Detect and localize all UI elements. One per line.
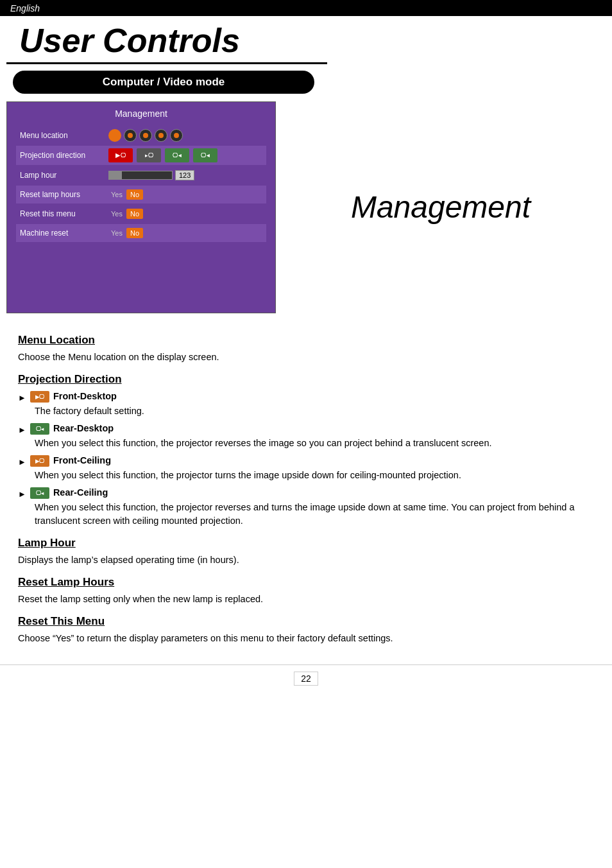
mgmt-row-reset-lamp: Reset lamp hours Yes No <box>16 186 266 204</box>
heading-lamp-hour: Lamp Hour <box>18 537 594 550</box>
mode-bar: Computer / Video mode <box>13 71 314 94</box>
icon-fd-1: ▶🖵 <box>30 391 49 403</box>
icon-rear-ceiling: 🖵◂ <box>30 487 49 499</box>
arrow-front-desktop: ► <box>18 393 26 403</box>
main-layout: Management Menu location Projection dire… <box>0 101 612 313</box>
icon-rc-1: 🖵◂ <box>30 487 49 499</box>
mgmt-row-machine-reset: Machine reset Yes No <box>16 224 266 242</box>
proj-icon-rc2[interactable]: 🖵◂ <box>193 148 217 162</box>
btn-reset-lamp-no[interactable]: No <box>126 189 143 200</box>
proj-icon-rc[interactable]: 🖵◂ <box>165 148 189 162</box>
proj-item-front-desktop: ► ▶🖵 Front-Desktop <box>18 391 594 403</box>
right-panel: Management <box>276 101 606 313</box>
body-reset-lamp: Reset the lamp setting only when the new… <box>18 593 594 606</box>
lamp-bar-bg <box>108 171 173 180</box>
top-bar: English <box>0 0 612 16</box>
desc-rear-ceiling: When you select this function, the proje… <box>35 501 594 528</box>
icon-front-ceiling: ▶🖵 <box>30 455 49 467</box>
mode-bar-wrapper: Computer / Video mode <box>13 71 314 94</box>
proj-icon-fd2[interactable]: ▸🖵 <box>137 148 161 162</box>
label-front-desktop: Front-Desktop <box>53 391 117 401</box>
dot-2[interactable] <box>124 129 137 142</box>
mgmt-controls-projection: ▶🖵 ▸🖵 🖵◂ 🖵◂ <box>106 146 221 165</box>
right-management-title: Management <box>351 191 531 225</box>
desc-rear-desktop: When you select this function, the proje… <box>35 437 594 450</box>
dot-1[interactable] <box>108 129 121 142</box>
btn-machine-reset-yn: Yes No <box>108 228 143 238</box>
btn-reset-menu-yn: Yes No <box>108 209 143 219</box>
heading-menu-location: Menu Location <box>18 334 594 347</box>
heading-reset-lamp: Reset Lamp Hours <box>18 576 594 589</box>
mgmt-row-projection: Projection direction ▶🖵 ▸🖵 🖵◂ 🖵◂ <box>16 146 266 165</box>
mgmt-label-machine-reset: Machine reset <box>16 226 106 240</box>
desc-front-desktop: The factory default setting. <box>35 404 594 418</box>
mgmt-label-lamp-hour: Lamp hour <box>16 168 106 182</box>
page-number: 22 <box>294 672 318 686</box>
icon-fc-1: ▶🖵 <box>30 455 49 467</box>
dot-4[interactable] <box>155 129 167 142</box>
proj-item-rear-ceiling: ► 🖵◂ Rear-Ceiling <box>18 487 594 499</box>
mgmt-row-menu-location: Menu location <box>16 126 266 144</box>
btn-reset-menu-no[interactable]: No <box>126 209 143 219</box>
icon-rear-desktop: 🖵◂ <box>30 423 49 435</box>
mgmt-label-menu-location: Menu location <box>16 128 106 143</box>
proj-item-front-ceiling: ► ▶🖵 Front-Ceiling <box>18 455 594 467</box>
btn-machine-reset-no[interactable]: No <box>126 228 143 238</box>
mgmt-label-projection: Projection direction <box>16 148 106 162</box>
arrow-front-ceiling: ► <box>18 457 26 467</box>
arrow-rear-ceiling: ► <box>18 489 26 499</box>
mgmt-controls-reset-menu: Yes No <box>106 206 146 221</box>
body-reset-menu: Choose “Yes” to return the display param… <box>18 632 594 645</box>
mgmt-controls-machine-reset: Yes No <box>106 225 146 241</box>
label-front-ceiling: Front-Ceiling <box>53 455 111 465</box>
lamp-bar: 123 <box>108 170 194 180</box>
body-menu-location: Choose the Menu location on the display … <box>18 351 594 364</box>
body-lamp-hour: Displays the lamp’s elapsed operating ti… <box>18 553 594 567</box>
dot-5[interactable] <box>170 129 183 142</box>
heading-projection: Projection Direction <box>18 373 594 386</box>
label-rear-desktop: Rear-Desktop <box>53 423 114 433</box>
mgmt-label-reset-menu: Reset this menu <box>16 207 106 221</box>
btn-reset-menu-yes[interactable]: Yes <box>108 209 125 219</box>
language-label: English <box>10 3 40 13</box>
lamp-count: 123 <box>175 170 194 180</box>
page-title: User Controls <box>0 16 612 64</box>
btn-reset-lamp-yn: Yes No <box>108 189 143 200</box>
mgmt-row-lamp-hour: Lamp hour 123 <box>16 166 266 184</box>
proj-icon-fd[interactable]: ▶🖵 <box>108 148 133 162</box>
proj-item-rear-desktop: ► 🖵◂ Rear-Desktop <box>18 423 594 435</box>
lamp-bar-fill <box>109 171 122 179</box>
label-rear-ceiling: Rear-Ceiling <box>53 487 108 498</box>
mgmt-controls-menu-location <box>106 126 185 144</box>
icon-rd-1: 🖵◂ <box>30 423 49 435</box>
desc-front-ceiling: When you select this function, the proje… <box>35 469 594 482</box>
mgmt-panel-title: Management <box>16 108 266 119</box>
icon-front-desktop: ▶🖵 <box>30 391 49 403</box>
btn-machine-reset-yes[interactable]: Yes <box>108 228 125 238</box>
mgmt-row-reset-menu: Reset this menu Yes No <box>16 205 266 223</box>
dot-3[interactable] <box>139 129 152 142</box>
mgmt-controls-lamp-hour: 123 <box>106 168 197 183</box>
management-panel: Management Menu location Projection dire… <box>6 101 276 313</box>
heading-reset-menu: Reset This Menu <box>18 615 594 628</box>
mgmt-controls-reset-lamp: Yes No <box>106 187 146 202</box>
btn-reset-lamp-yes[interactable]: Yes <box>108 189 125 200</box>
arrow-rear-desktop: ► <box>18 425 26 435</box>
content-sections: Menu Location Choose the Menu location o… <box>0 316 612 658</box>
page-number-area: 22 <box>0 664 612 692</box>
mgmt-label-reset-lamp: Reset lamp hours <box>16 187 106 202</box>
